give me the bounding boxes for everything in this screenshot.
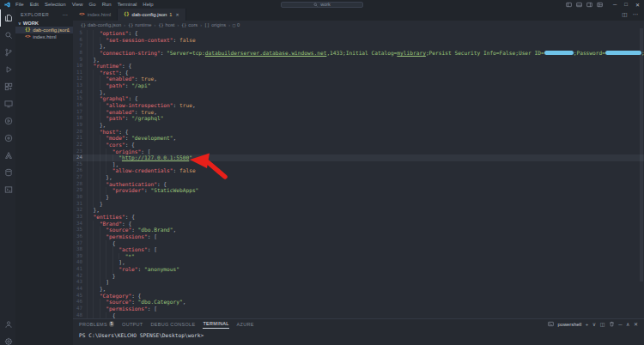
menu-view[interactable]: View bbox=[72, 2, 83, 7]
split-editor-icon[interactable]: ◫ bbox=[622, 11, 627, 18]
activitybar-explorer[interactable] bbox=[0, 9, 15, 27]
code-line-15[interactable]: 15"graphql": { bbox=[73, 95, 644, 102]
code-line-37[interactable]: 37{ bbox=[73, 240, 644, 247]
toggle-sidebar-icon[interactable] bbox=[566, 2, 572, 8]
code-line-26[interactable]: 26"allow-credentials": false bbox=[73, 167, 644, 174]
code-line-17[interactable]: 17"enabled": true, bbox=[73, 109, 644, 116]
toggle-panel-icon[interactable] bbox=[576, 2, 582, 8]
activitybar-source-control[interactable] bbox=[0, 44, 15, 61]
activitybar-azure-account[interactable] bbox=[0, 130, 15, 147]
activitybar-live-preview[interactable] bbox=[0, 95, 15, 112]
code-line-48[interactable]: 48{ bbox=[73, 312, 644, 318]
code-line-13[interactable]: 13"path": "/api" bbox=[73, 82, 644, 89]
code-line-22[interactable]: 22"cors": { bbox=[73, 142, 644, 148]
panel-tab-azure[interactable]: AZURE bbox=[237, 319, 254, 329]
code-line-35[interactable]: 35"source": "dbo.Brand", bbox=[73, 227, 644, 233]
minimize-button[interactable]: ─ bbox=[613, 2, 617, 8]
code-line-23[interactable]: 23"origins": [ bbox=[73, 148, 644, 155]
code-line-14[interactable]: 14}, bbox=[73, 89, 644, 96]
code-line-34[interactable]: 34"Brand": { bbox=[73, 221, 644, 227]
activitybar-run-and-debug[interactable] bbox=[0, 61, 15, 78]
kill-terminal-icon[interactable] bbox=[609, 321, 615, 327]
menu-go[interactable]: Go bbox=[89, 2, 96, 7]
activitybar-extensions[interactable] bbox=[0, 78, 15, 95]
activitybar-sql-database[interactable] bbox=[0, 164, 15, 181]
restore-button[interactable]: □ bbox=[624, 2, 628, 8]
customize-layout-icon[interactable] bbox=[597, 2, 603, 8]
code-line-20[interactable]: 20"host": { bbox=[73, 129, 644, 136]
activitybar-settings[interactable] bbox=[0, 333, 15, 345]
code-line-43[interactable]: 43] bbox=[73, 279, 644, 286]
code-line-30[interactable]: 30} bbox=[73, 194, 644, 201]
launch-profile-icon[interactable]: ∨ bbox=[592, 322, 596, 327]
code-line-7[interactable]: 7}, bbox=[73, 43, 644, 50]
code-line-19[interactable]: 19}, bbox=[73, 122, 644, 129]
maximize-panel-icon[interactable]: ∧ bbox=[626, 322, 629, 327]
activitybar-azure[interactable] bbox=[0, 147, 15, 164]
code-line-10[interactable]: 10"runtime": { bbox=[73, 63, 644, 70]
breadcrumb-item-dab-config.json[interactable]: {}dab-config.json bbox=[81, 22, 121, 27]
code-line-16[interactable]: 16"allow-introspection": true, bbox=[73, 102, 644, 109]
panel-tab-debug-console[interactable]: DEBUG CONSOLE bbox=[150, 319, 195, 329]
code-line-46[interactable]: 46"source": "dbo.Category", bbox=[73, 299, 644, 306]
code-line-25[interactable]: 25], bbox=[73, 161, 644, 168]
folder-header-work[interactable]: ∨ WORK bbox=[15, 20, 73, 27]
code-line-36[interactable]: 36"permissions": [ bbox=[73, 233, 644, 240]
activitybar-search[interactable] bbox=[0, 27, 15, 44]
code-line-41[interactable]: 41"role": "anonymous" bbox=[73, 266, 644, 273]
breadcrumb-item-host[interactable]: {}host bbox=[158, 22, 174, 27]
code-line-12[interactable]: 12"enabled": true, bbox=[73, 76, 644, 82]
activitybar-remote-terminal[interactable] bbox=[0, 181, 15, 198]
code-line-24[interactable]: 24"http://127.0.0.1:5500" bbox=[73, 154, 644, 161]
code-line-32[interactable]: 32}, bbox=[73, 207, 644, 214]
close-window-button[interactable]: ✕ bbox=[635, 2, 640, 8]
menu-help[interactable]: Help bbox=[143, 2, 153, 7]
code-line-6[interactable]: 6"set-session-context": false bbox=[73, 37, 644, 44]
split-terminal-icon[interactable]: ◫ bbox=[600, 322, 605, 327]
panel-tab-problems[interactable]: PROBLEMS5 bbox=[79, 319, 114, 329]
code-editor[interactable]: 5"options": {6"set-session-context": fal… bbox=[73, 28, 644, 318]
close-tab-icon[interactable]: ✕ bbox=[175, 12, 179, 17]
panel-tab-terminal[interactable]: TERMINAL bbox=[203, 319, 228, 329]
breadcrumb-item-origins[interactable]: []origins bbox=[204, 22, 226, 27]
activitybar-live-server[interactable] bbox=[0, 112, 15, 130]
shell-name[interactable]: powershell bbox=[557, 322, 581, 327]
command-center[interactable]: work bbox=[281, 2, 363, 8]
file-item-dab-config.json[interactable]: {}dab-config.json1 bbox=[15, 27, 73, 33]
code-line-11[interactable]: 11"rest": { bbox=[73, 70, 644, 76]
menu-file[interactable]: File bbox=[15, 2, 24, 7]
code-line-21[interactable]: 21"mode": "development", bbox=[73, 135, 644, 142]
panel-tab-output[interactable]: OUTPUT bbox=[122, 319, 143, 329]
breadcrumb-item-cors[interactable]: {}cors bbox=[181, 22, 197, 27]
code-line-42[interactable]: 42} bbox=[73, 273, 644, 280]
code-line-47[interactable]: 47"permissions": [ bbox=[73, 306, 644, 312]
tab-dab-config.json[interactable]: {}dab-config.json1✕ bbox=[118, 9, 186, 21]
menu-selection[interactable]: Selection bbox=[45, 2, 66, 7]
code-line-5[interactable]: 5"options": { bbox=[73, 30, 644, 37]
code-line-9[interactable]: 9}, bbox=[73, 57, 644, 64]
editor-scrollbar[interactable] bbox=[640, 28, 643, 281]
toggle-secondary-sidebar-icon[interactable] bbox=[586, 2, 592, 8]
code-line-28[interactable]: 28"authentication": { bbox=[73, 181, 644, 188]
breadcrumb-item-0[interactable]: □0 bbox=[233, 22, 240, 27]
menu-terminal[interactable]: Terminal bbox=[118, 2, 137, 7]
code-line-31[interactable]: 31} bbox=[73, 201, 644, 208]
code-line-8[interactable]: 8"connection-string": "Server=tcp:databu… bbox=[73, 50, 644, 57]
code-line-40[interactable]: 40], bbox=[73, 259, 644, 266]
minimize-panel-icon[interactable]: ─ bbox=[618, 322, 622, 327]
code-line-29[interactable]: 29"provider": "StaticWebApps" bbox=[73, 187, 644, 194]
menu-edit[interactable]: Edit bbox=[30, 2, 39, 7]
file-item-index.html[interactable]: <>index.html bbox=[15, 33, 73, 40]
close-panel-icon[interactable]: ✕ bbox=[634, 322, 638, 327]
code-line-18[interactable]: 18"path": "/graphql" bbox=[73, 115, 644, 122]
more-actions-icon[interactable]: ⋯ bbox=[633, 11, 639, 18]
breadcrumb-item-runtime[interactable]: {}runtime bbox=[128, 22, 151, 27]
terminal-output[interactable]: PS C:\Users\KELCHO SPENSE\Desktop\work> bbox=[73, 329, 644, 338]
code-line-33[interactable]: 33"entities": { bbox=[73, 214, 644, 221]
code-line-38[interactable]: 38"actions": [ bbox=[73, 246, 644, 253]
code-line-44[interactable]: 44}, bbox=[73, 286, 644, 293]
code-line-39[interactable]: 39"*" bbox=[73, 253, 644, 260]
activitybar-account[interactable] bbox=[0, 316, 15, 333]
code-line-45[interactable]: 45"Category": { bbox=[73, 293, 644, 300]
explorer-more-actions-icon[interactable]: ⋯ bbox=[63, 11, 68, 17]
